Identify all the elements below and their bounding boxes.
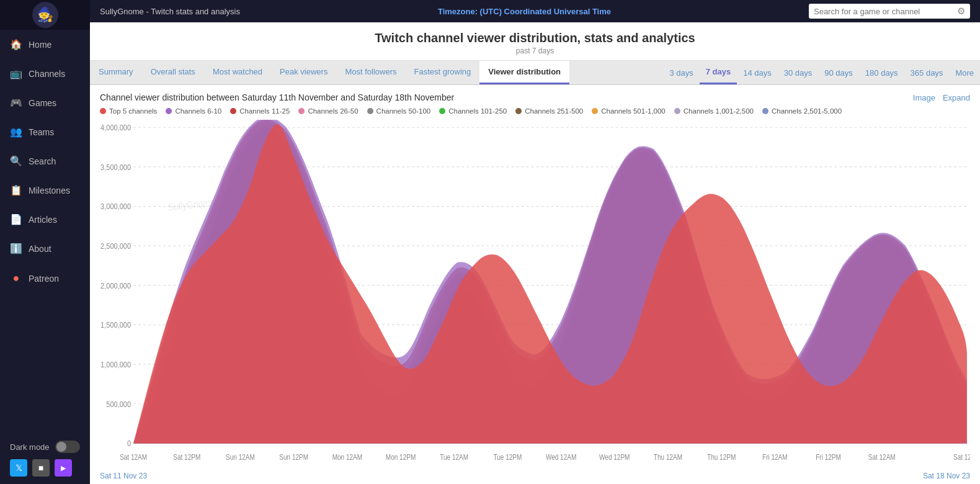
tab-most-watched[interactable]: Most watched	[204, 61, 271, 84]
legend-dot	[674, 108, 680, 114]
sidebar: 🧙 🏠 Home 📺 Channels 🎮 Games 👥 Teams 🔍 Se…	[0, 0, 90, 484]
social-icons: 𝕏 ■ ▶	[10, 459, 80, 477]
articles-icon: 📄	[10, 213, 22, 225]
dark-mode-row: Dark mode	[10, 441, 80, 453]
sidebar-item-games[interactable]: 🎮 Games	[0, 88, 90, 117]
svg-text:Sun 12AM: Sun 12AM	[226, 453, 255, 461]
milestones-icon: 📋	[10, 184, 22, 196]
games-icon: 🎮	[10, 97, 22, 109]
sidebar-item-label: Search	[29, 156, 56, 166]
logo-icon: 🧙	[32, 2, 58, 28]
sidebar-item-label: About	[29, 244, 51, 254]
tabs-bar: Summary Overall stats Most watched Peak …	[90, 61, 980, 85]
sidebar-item-channels[interactable]: 📺 Channels	[0, 59, 90, 88]
dark-mode-toggle[interactable]	[55, 441, 80, 453]
svg-text:Sat 12PM: Sat 12PM	[173, 453, 200, 461]
image-button[interactable]: Image	[913, 93, 935, 102]
sidebar-item-milestones[interactable]: 📋 Milestones	[0, 176, 90, 205]
tab-180days[interactable]: 180 days	[859, 62, 904, 84]
chart-actions: Image Expand	[913, 93, 970, 102]
tab-14days[interactable]: 14 days	[737, 62, 778, 84]
legend-label: Channels 26-50	[308, 107, 358, 115]
legend-label: Channels 1,001-2,500	[684, 107, 754, 115]
chart-legend: Top 5 channelsChannels 6-10Channels 11-2…	[100, 107, 970, 115]
topbar: SullyGnome - Twitch stats and analysis T…	[90, 0, 980, 22]
home-icon: 🏠	[10, 38, 22, 50]
page-title: Twitch channel viewer distribution, stat…	[90, 31, 980, 45]
tab-365days[interactable]: 365 days	[904, 62, 950, 84]
expand-button[interactable]: Expand	[943, 93, 970, 102]
date-footer: Sat 11 Nov 23 Sat 18 Nov 23	[90, 469, 980, 484]
tab-overall-stats[interactable]: Overall stats	[142, 61, 204, 84]
main-content: SullyGnome - Twitch stats and analysis T…	[90, 0, 980, 484]
svg-text:Thu 12PM: Thu 12PM	[707, 453, 736, 461]
legend-dot	[762, 108, 768, 114]
legend-label: Top 5 channels	[109, 107, 157, 115]
svg-text:Fri 12PM: Fri 12PM	[816, 453, 841, 461]
sidebar-item-search[interactable]: 🔍 Search	[0, 146, 90, 176]
search-input[interactable]	[814, 7, 952, 16]
tab-30days[interactable]: 30 days	[778, 62, 819, 84]
legend-item: Channels 101-250	[439, 107, 507, 115]
svg-text:Wed 12PM: Wed 12PM	[599, 453, 630, 461]
sidebar-bottom: Dark mode 𝕏 ■ ▶	[0, 433, 90, 484]
date-end: Sat 18 Nov 23	[923, 472, 970, 480]
search-box[interactable]: ⚙	[809, 4, 970, 19]
svg-text:Mon 12PM: Mon 12PM	[386, 453, 416, 461]
sidebar-item-teams[interactable]: 👥 Teams	[0, 117, 90, 146]
sidebar-item-label: Home	[29, 40, 51, 50]
tab-fastest-growing[interactable]: Fastest growing	[405, 61, 479, 84]
legend-dot	[100, 108, 106, 114]
legend-item: Top 5 channels	[100, 107, 157, 115]
svg-text:Tue 12AM: Tue 12AM	[440, 453, 468, 461]
sidebar-item-patreon[interactable]: ● Patreon	[0, 263, 90, 294]
legend-item: Channels 251-500	[515, 107, 583, 115]
period-tabs: 3 days 7 days 14 days 30 days 90 days 18…	[663, 61, 980, 84]
sidebar-item-home[interactable]: 🏠 Home	[0, 30, 90, 59]
legend-item: Channels 501-1,000	[592, 107, 666, 115]
svg-text:500,000: 500,000	[106, 400, 131, 409]
legend-item: Channels 6-10	[166, 107, 221, 115]
sidebar-item-about[interactable]: ℹ️ About	[0, 234, 90, 263]
svg-text:Sat 12AM: Sat 12AM	[120, 453, 147, 461]
about-icon: ℹ️	[10, 243, 22, 254]
svg-text:Fri 12AM: Fri 12AM	[762, 453, 788, 461]
square-icon[interactable]: ■	[32, 459, 50, 477]
legend-dot	[592, 108, 598, 114]
svg-text:2,000,000: 2,000,000	[100, 281, 131, 290]
page-subtitle: past 7 days	[90, 47, 980, 55]
site-title: SullyGnome - Twitch stats and analysis	[100, 7, 240, 16]
legend-item: Channels 26-50	[298, 107, 358, 115]
legend-dot	[439, 108, 445, 114]
svg-text:2,500,000: 2,500,000	[100, 241, 131, 251]
legend-item: Channels 2,501-5,000	[762, 107, 842, 115]
gear-icon[interactable]: ⚙	[957, 6, 965, 17]
legend-label: Channels 11-25	[239, 107, 290, 115]
tab-more[interactable]: More	[949, 62, 980, 84]
svg-text:Sun 12PM: Sun 12PM	[279, 453, 308, 461]
twitch-icon[interactable]: ▶	[55, 459, 72, 477]
svg-text:1,500,000: 1,500,000	[100, 320, 131, 329]
tab-7days[interactable]: 7 days	[700, 61, 737, 84]
sidebar-item-label: Games	[29, 98, 56, 108]
tab-90days[interactable]: 90 days	[818, 62, 859, 84]
sidebar-item-label: Channels	[29, 69, 65, 79]
legend-dot	[515, 108, 522, 114]
svg-text:Sat 12AM: Sat 12AM	[868, 453, 896, 461]
tab-summary[interactable]: Summary	[90, 61, 142, 84]
tab-viewer-distribution[interactable]: Viewer distribution	[479, 61, 569, 84]
legend-label: Channels 50-100	[376, 107, 431, 115]
sidebar-item-articles[interactable]: 📄 Articles	[0, 205, 90, 234]
svg-text:Sat 12PM: Sat 12PM	[953, 453, 970, 461]
svg-text:Thu 12AM: Thu 12AM	[654, 453, 682, 461]
tab-peak-viewers[interactable]: Peak viewers	[271, 61, 336, 84]
chart-area: Channel viewer distribution between Satu…	[90, 85, 980, 484]
legend-dot	[367, 108, 373, 114]
sidebar-item-label: Milestones	[29, 186, 70, 195]
legend-item: Channels 50-100	[367, 107, 431, 115]
twitter-icon[interactable]: 𝕏	[10, 459, 27, 477]
svg-text:Tue 12PM: Tue 12PM	[494, 453, 522, 461]
patreon-icon: ●	[10, 272, 22, 285]
tab-most-followers[interactable]: Most followers	[336, 61, 405, 84]
tab-3days[interactable]: 3 days	[663, 62, 699, 84]
